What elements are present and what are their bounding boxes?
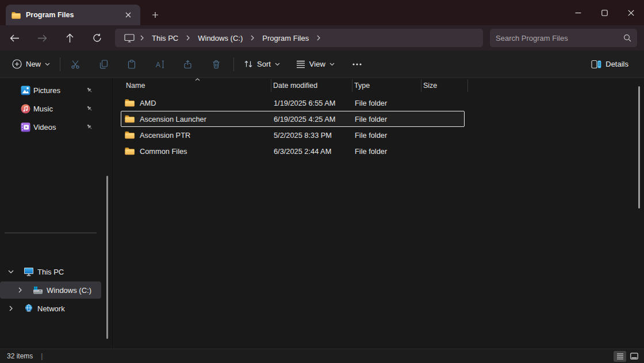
search-input[interactable] <box>496 34 623 43</box>
sidebar-item-videos[interactable]: Videos <box>0 118 101 136</box>
trash-icon <box>212 60 221 69</box>
breadcrumb-program-files[interactable]: Program Files <box>258 32 313 44</box>
list-view-button[interactable] <box>614 351 626 362</box>
file-type: File folder <box>352 147 421 156</box>
column-headers: Name Date modified Type Size <box>113 78 644 93</box>
back-button[interactable] <box>5 29 24 47</box>
file-explorer-window: Program Files <box>0 0 644 363</box>
file-type: File folder <box>352 131 421 140</box>
file-date-modified: 5/2/2025 8:33 PM <box>271 131 352 140</box>
file-date-modified: 6/19/2025 4:25 AM <box>271 115 352 123</box>
copy-button[interactable] <box>93 55 114 74</box>
this-pc-small-icon <box>124 34 135 43</box>
sidebar-item-this-pc[interactable]: This PC <box>0 263 101 280</box>
music-icon <box>21 104 30 114</box>
sidebar-item-label: Network <box>37 304 101 313</box>
column-separator[interactable] <box>467 79 468 92</box>
sidebar-item-windows-c[interactable]: Windows (C:) <box>0 281 101 299</box>
pin-icon <box>86 123 93 130</box>
status-bar: 32 items | <box>0 349 644 363</box>
folder-icon <box>125 131 135 139</box>
tab-title: Program Files <box>26 11 117 19</box>
sort-button-label: Sort <box>257 60 271 68</box>
file-row-ascension-launcher[interactable]: Ascension Launcher 6/19/2025 4:25 AM Fil… <box>121 111 465 127</box>
sidebar-item-music[interactable]: Music <box>0 100 101 117</box>
chevron-right-icon[interactable] <box>316 35 321 41</box>
chevron-right-icon[interactable] <box>5 306 17 311</box>
vertical-scrollbar[interactable] <box>638 86 640 208</box>
breadcrumb-this-pc[interactable]: This PC <box>147 32 183 44</box>
breadcrumb-windows-c[interactable]: Windows (C:) <box>193 32 247 44</box>
svg-text:A: A <box>156 60 160 68</box>
file-date-modified: 6/3/2025 2:44 AM <box>271 147 352 156</box>
thumbnail-view-button[interactable] <box>628 351 641 362</box>
sidebar-item-pictures[interactable]: Pictures <box>0 82 101 99</box>
file-rows: AMD 1/19/2025 6:55 AM File folder Ascens… <box>121 95 465 159</box>
explorer-tab[interactable]: Program Files <box>6 5 140 25</box>
toolbar-separator <box>233 57 234 71</box>
details-button-label: Details <box>605 60 628 68</box>
file-row-ascension-ptr[interactable]: Ascension PTR 5/2/2025 8:33 PM File fold… <box>121 127 465 143</box>
refresh-button[interactable] <box>87 29 107 47</box>
chevron-right-icon[interactable] <box>14 287 26 293</box>
cut-button[interactable] <box>65 55 86 74</box>
maximize-button[interactable] <box>591 0 618 25</box>
file-row-amd[interactable]: AMD 1/19/2025 6:55 AM File folder <box>121 95 465 111</box>
new-tab-button[interactable] <box>147 7 163 23</box>
new-button[interactable]: New <box>7 56 55 72</box>
search-box[interactable] <box>490 29 637 47</box>
sidebar-scrollbar[interactable] <box>106 176 108 339</box>
up-button[interactable] <box>60 29 79 47</box>
folder-icon <box>125 147 135 155</box>
pin-icon <box>86 87 93 94</box>
ellipsis-icon <box>352 63 362 65</box>
details-pane-icon <box>591 60 601 69</box>
chevron-down-icon[interactable] <box>5 270 17 273</box>
list-view-icon <box>616 353 624 360</box>
share-button[interactable] <box>178 55 198 74</box>
chevron-down-icon <box>45 63 50 66</box>
address-bar[interactable]: This PC Windows (C:) Program Files <box>115 29 483 47</box>
titlebar: Program Files <box>0 0 644 25</box>
sort-icon <box>244 60 253 68</box>
file-type: File folder <box>352 115 421 123</box>
file-name: Ascension PTR <box>140 131 190 140</box>
chevron-down-icon <box>275 63 280 66</box>
chevron-right-icon <box>139 35 145 41</box>
column-separator[interactable] <box>421 79 421 92</box>
close-button[interactable] <box>618 0 644 25</box>
view-button[interactable]: View <box>291 56 340 72</box>
file-type: File folder <box>352 99 421 107</box>
sort-button[interactable]: Sort <box>239 56 285 72</box>
drive-icon <box>33 286 43 295</box>
sidebar-item-network[interactable]: Network <box>0 300 101 317</box>
navigation-pane: Pictures Music Videos <box>0 78 113 349</box>
minimize-button[interactable] <box>565 0 591 25</box>
file-row-common-files[interactable]: Common Files 6/3/2025 2:44 AM File folde… <box>121 143 465 159</box>
pictures-icon <box>21 86 30 95</box>
delete-button[interactable] <box>206 55 227 74</box>
paste-button[interactable] <box>121 55 142 74</box>
column-header-size[interactable]: Size <box>421 78 467 93</box>
thumbnail-view-icon <box>630 353 638 360</box>
column-header-date-modified[interactable]: Date modified <box>271 78 352 93</box>
details-pane-button[interactable]: Details <box>586 56 634 72</box>
chevron-right-icon[interactable] <box>185 35 191 41</box>
see-more-button[interactable] <box>347 55 367 74</box>
forward-button[interactable] <box>32 29 52 47</box>
folder-icon <box>12 11 21 19</box>
column-header-type[interactable]: Type <box>352 78 421 93</box>
sort-ascending-icon <box>195 78 200 81</box>
search-icon[interactable] <box>623 34 631 42</box>
tab-close-icon[interactable] <box>122 9 135 21</box>
navigation-bar: This PC Windows (C:) Program Files <box>0 25 644 51</box>
this-pc-icon <box>24 267 34 276</box>
column-separator[interactable] <box>271 79 271 92</box>
status-divider: | <box>41 352 43 360</box>
chevron-right-icon[interactable] <box>250 35 255 41</box>
plus-circle-icon <box>12 59 22 69</box>
folder-icon <box>125 115 135 123</box>
rename-button[interactable]: A <box>150 55 170 74</box>
videos-icon <box>21 122 30 132</box>
column-separator[interactable] <box>352 79 352 92</box>
